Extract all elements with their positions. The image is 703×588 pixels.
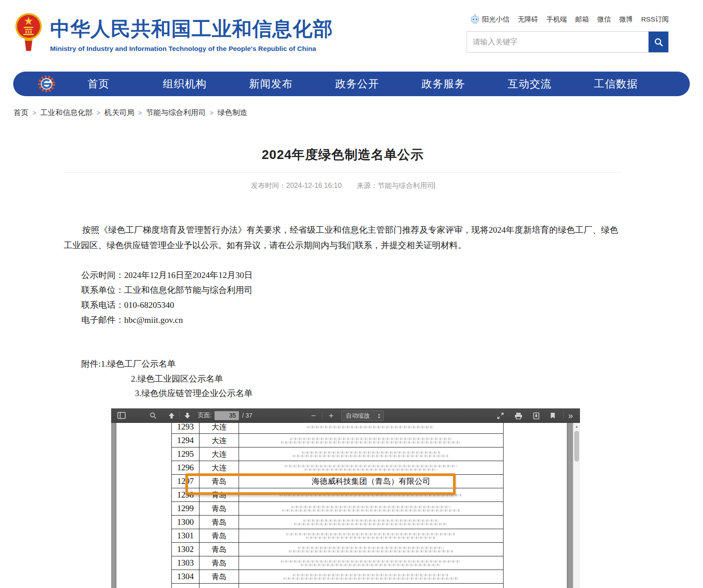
cell-number: 1301: [172, 529, 199, 543]
zoom-out-button[interactable]: −: [307, 410, 320, 422]
print-button[interactable]: [512, 410, 525, 422]
obscured-text: [281, 441, 461, 444]
obscured-text: [293, 574, 449, 576]
zoom-in-button[interactable]: +: [324, 410, 338, 422]
scrollbar-thumb[interactable]: [574, 431, 579, 462]
obscured-text: [284, 577, 458, 580]
table-row: 1301青岛: [172, 529, 504, 543]
cell-city: 青岛: [199, 475, 239, 488]
national-emblem-logo: [14, 11, 43, 52]
cell-city: 青岛: [199, 529, 239, 543]
cell-number: 1299: [172, 502, 199, 516]
presentation-mode-button[interactable]: [494, 410, 507, 422]
cell-number: 1300: [172, 516, 199, 529]
quick-link[interactable]: 无障碍: [518, 15, 538, 24]
nav-item-首页[interactable]: 首页: [55, 77, 141, 91]
cell-city: 大连: [199, 423, 239, 434]
publish-time-label: 发布时间：: [251, 182, 286, 189]
cell-city: 青岛: [199, 570, 239, 584]
quick-link[interactable]: RSS订阅: [641, 15, 669, 24]
pdf-search-icon: [149, 412, 157, 419]
cell-company: [239, 584, 504, 588]
site-search: [467, 31, 669, 53]
attachment-link[interactable]: 附件:1.绿色工厂公示名单: [81, 357, 253, 372]
attachment-link[interactable]: 2.绿色工业园区公示名单: [81, 372, 253, 386]
pdf-search-button[interactable]: [147, 410, 159, 421]
nav-item-新闻发布[interactable]: 新闻发布: [228, 77, 314, 91]
cell-city: 青岛: [199, 502, 239, 516]
toolbar-divider: [322, 412, 323, 420]
search-icon: [654, 37, 663, 47]
table-row: 1300青岛: [172, 516, 504, 529]
cell-city: 大连: [199, 434, 239, 447]
pdf-scrollbar[interactable]: ▲: [573, 423, 580, 588]
quick-link[interactable]: 手机端: [547, 15, 567, 24]
next-page-button[interactable]: [181, 410, 193, 421]
cell-company: [239, 488, 504, 502]
arrow-down-icon: [184, 412, 191, 419]
nav-item-组织机构[interactable]: 组织机构: [141, 77, 228, 91]
table-row: 1302青岛: [172, 543, 504, 556]
breadcrumb-item[interactable]: 工业和信息化部: [40, 108, 93, 118]
cell-city: 大连: [199, 447, 239, 461]
cell-company: [239, 447, 504, 461]
obscured-text: [281, 560, 461, 563]
download-button[interactable]: [530, 410, 542, 422]
breadcrumb-item[interactable]: 机关司局: [105, 108, 134, 118]
print-icon: [515, 412, 522, 419]
obscured-text: [289, 550, 453, 552]
nav-item-政务公开[interactable]: 政务公开: [314, 77, 400, 91]
table-row: 1296大连: [172, 461, 504, 475]
quick-link[interactable]: 阳光小信: [470, 14, 509, 25]
page-number-input[interactable]: [214, 411, 239, 420]
attachment-link[interactable]: 3.绿色供应链管理企业公示名单: [81, 386, 253, 401]
breadcrumb-separator: >: [97, 109, 101, 116]
obscured-text: [302, 451, 440, 454]
quick-link[interactable]: 微信: [597, 15, 611, 24]
miit-gear-icon: [38, 75, 55, 93]
obscured-text: [304, 519, 438, 522]
contact-info-line: 联系单位：工业和信息化部节能与综合利用司: [81, 283, 253, 298]
cell-company: [239, 570, 504, 584]
obscured-text: [306, 537, 435, 539]
cell-number: 1298: [172, 488, 199, 502]
search-input[interactable]: [467, 32, 649, 52]
sidebar-toggle-button[interactable]: [115, 410, 128, 421]
breadcrumb-item[interactable]: 绿色制造: [217, 108, 247, 118]
attachments-block: 附件:1.绿色工厂公示名单2.绿色工业园区公示名单3.绿色供应链管理企业公示名单: [81, 357, 253, 401]
cell-number: 1302: [172, 543, 199, 556]
table-row: 1293大连: [172, 423, 504, 434]
sidebar-toggle-icon: [117, 412, 126, 419]
obscured-text: [286, 533, 456, 535]
main-nav: 首页组织机构新闻发布政务公开政务服务互动交流工信数据: [13, 72, 690, 96]
cell-company: [239, 543, 504, 556]
select-arrows-icon: ▲▼: [377, 413, 380, 419]
table-row: 1299青岛: [172, 502, 504, 516]
obscured-text: [292, 506, 450, 508]
search-button[interactable]: [649, 32, 668, 52]
cell-company: [239, 461, 504, 475]
table-row: 1297青岛海德威科技集团（青岛）有限公司: [172, 475, 504, 488]
nav-item-互动交流[interactable]: 互动交流: [486, 77, 573, 91]
pdf-viewer: 页面: / 37 − + 自动缩放 ▲▼: [111, 408, 580, 588]
table-row: 1298青岛: [172, 488, 504, 502]
cell-city: [199, 584, 239, 588]
cell-city: 青岛: [199, 488, 239, 502]
breadcrumb-item[interactable]: 首页: [14, 108, 29, 118]
nav-item-工信数据[interactable]: 工信数据: [573, 77, 659, 91]
cell-company: [239, 502, 504, 516]
obscured-text: [290, 438, 452, 440]
quick-link-label: 手机端: [547, 15, 567, 24]
nav-item-政务服务[interactable]: 政务服务: [400, 77, 486, 91]
previous-page-button[interactable]: [166, 410, 178, 421]
cell-number: 1296: [172, 461, 199, 475]
quick-link[interactable]: 微博: [619, 15, 633, 24]
breadcrumb-item[interactable]: 节能与综合利用司: [146, 108, 206, 118]
quick-link[interactable]: 邮箱: [575, 15, 589, 24]
toolbar-divider: [563, 412, 564, 420]
zoom-level-select[interactable]: 自动缩放 ▲▼: [341, 411, 384, 421]
more-tools-button[interactable]: »: [565, 410, 576, 422]
cell-city: 青岛: [199, 543, 239, 556]
bookmark-button[interactable]: [547, 410, 558, 422]
site-title-en: Ministry of Industry and Information Tec…: [50, 45, 333, 53]
